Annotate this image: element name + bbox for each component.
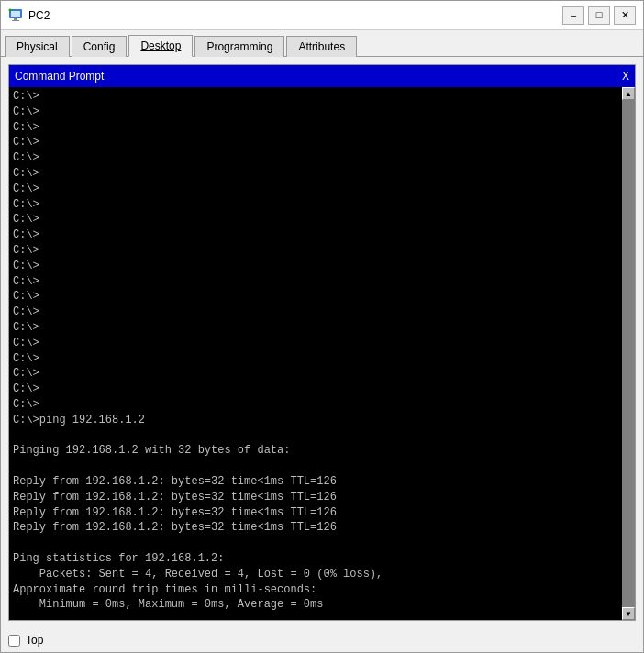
cmd-scrollbar: ▲ ▼ xyxy=(622,87,635,620)
cmd-body-wrapper: C:\> C:\> C:\> C:\> C:\> C:\> C:\> C:\> … xyxy=(9,87,635,620)
tab-content: Command Prompt X C:\> C:\> C:\> C:\> C:\… xyxy=(1,57,643,628)
scroll-down-button[interactable]: ▼ xyxy=(622,607,635,620)
main-window: PC2 – □ ✕ Physical Config Desktop Progra… xyxy=(0,0,644,653)
svg-point-4 xyxy=(9,8,12,11)
maximize-button[interactable]: □ xyxy=(588,6,610,25)
tab-config[interactable]: Config xyxy=(72,36,128,57)
minimize-button[interactable]: – xyxy=(562,6,584,25)
command-prompt-window: Command Prompt X C:\> C:\> C:\> C:\> C:\… xyxy=(8,64,636,621)
bottom-bar: Top xyxy=(1,628,643,652)
tab-programming[interactable]: Programming xyxy=(194,36,284,57)
top-checkbox[interactable] xyxy=(8,635,20,647)
title-bar: PC2 – □ ✕ xyxy=(1,1,643,30)
title-bar-left: PC2 xyxy=(8,8,50,23)
title-bar-controls: – □ ✕ xyxy=(562,6,636,25)
cmd-title-bar: Command Prompt X xyxy=(9,65,635,87)
svg-rect-2 xyxy=(14,18,17,20)
scroll-up-button[interactable]: ▲ xyxy=(622,87,635,100)
tab-bar: Physical Config Desktop Programming Attr… xyxy=(1,30,643,57)
cmd-title: Command Prompt xyxy=(15,70,104,83)
cmd-close-button[interactable]: X xyxy=(622,70,629,83)
close-button[interactable]: ✕ xyxy=(614,6,636,25)
svg-rect-1 xyxy=(11,11,20,17)
tab-attributes[interactable]: Attributes xyxy=(286,36,357,57)
terminal-output[interactable]: C:\> C:\> C:\> C:\> C:\> C:\> C:\> C:\> … xyxy=(9,87,622,620)
window-title: PC2 xyxy=(28,9,50,22)
computer-icon xyxy=(8,8,23,23)
tab-physical[interactable]: Physical xyxy=(5,36,70,57)
top-checkbox-label: Top xyxy=(26,634,43,647)
tab-desktop[interactable]: Desktop xyxy=(128,35,193,57)
svg-rect-3 xyxy=(12,20,19,21)
scroll-track xyxy=(622,100,635,607)
